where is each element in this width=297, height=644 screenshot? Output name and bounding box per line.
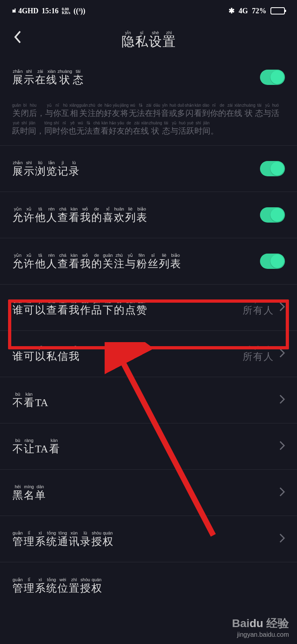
row-dont-see[interactable]: bù不kàn看 TA [0, 377, 297, 423]
chevron-right-icon [279, 394, 285, 406]
row-label: bù不kàn看 TA [12, 391, 49, 409]
toggle-browse-history[interactable] [260, 161, 285, 176]
row-show-browse-history[interactable]: zhǎn展shì示liú浏lǎn览jì记lù录 [0, 146, 297, 192]
row-label: shuí谁kě可yǐ以chá查kàn看wǒ我zuò作pǐn品xià下de的diǎ… [12, 299, 147, 316]
chevron-right-icon [279, 533, 285, 545]
row-show-online-status[interactable]: zhǎn展shì示zài在xiàn线zhuàng状tài态 [0, 54, 297, 100]
row-label: yǔn允xǔ许tā他rén人chá查kàn看wǒ我de的guān关zhù注yǔ与… [12, 252, 181, 270]
row-dont-let-see[interactable]: bù不ràng让 TAkàn看 [0, 423, 297, 470]
toggle-view-follow[interactable] [260, 254, 285, 269]
battery-percent: 72% [252, 7, 266, 15]
row-who-can-message[interactable]: shuí谁kě可yǐ以sī私xìn信wǒ我 suǒ所yǒu有rén人 [0, 331, 297, 377]
row-value: suǒ所yǒu有rén人 [242, 299, 274, 316]
back-button[interactable] [12, 30, 23, 46]
row-value: suǒ所yǒu有rén人 [242, 345, 274, 363]
data-speed: 0.00KB/s [62, 7, 70, 14]
network-right: 4G [239, 7, 248, 15]
toggle-view-likes[interactable] [260, 207, 285, 223]
row-blacklist[interactable]: hēi黑míng名dān单 [0, 470, 297, 516]
row-label: yǔn允xǔ许tā他rén人chá查kàn看wǒ我de的xǐ喜huān欢liè列… [12, 206, 147, 224]
settings-list: zhǎn展shì示zài在xiàn线zhuàng状tài态 guān关bì闭hò… [0, 54, 297, 609]
row-description: guān关bì闭hòu后 ，yǔ与nǐ你hù互xiāng相guān关zhù注de… [0, 100, 297, 146]
hotspot-icon: ((³)) [74, 7, 85, 15]
row-label: guǎn管lǐ理xì系tǒng统tōng通xùn讯lù录shòu授quán权 [12, 530, 113, 548]
row-label: hēi黑míng名dān单 [12, 484, 46, 502]
row-who-can-see-likes[interactable]: shuí谁kě可yǐ以chá查kàn看wǒ我zuò作pǐn品xià下de的diǎ… [0, 285, 297, 331]
row-label: bù不ràng让 TAkàn看 [12, 438, 60, 455]
chevron-right-icon [279, 441, 285, 452]
row-manage-contacts[interactable]: guǎn管lǐ理xì系tǒng统tōng通xùn讯lù录shòu授quán权 [0, 516, 297, 562]
row-allow-view-follow[interactable]: yǔn允xǔ许tā他rén人chá查kàn看wǒ我de的guān关zhù注yǔ与… [0, 238, 297, 285]
row-label: shuí谁kě可yǐ以sī私xìn信wǒ我 [12, 345, 80, 363]
row-manage-location[interactable]: guǎn管lǐ理xì系tǒng统wèi位zhì置shòu授quán权 [0, 562, 297, 609]
chevron-right-icon [279, 302, 285, 313]
row-allow-view-likes[interactable]: yǔn允xǔ许tā他rén人chá查kàn看wǒ我de的xǐ喜huān欢liè列… [0, 192, 297, 238]
status-time: 15:16 [42, 7, 59, 15]
watermark: Baidu 经验 jingyan.baidu.com [232, 616, 289, 638]
page-title: yǐn隐sī私shè设zhì置 [121, 29, 176, 47]
network-type: 4GHD [19, 7, 39, 15]
battery-icon [270, 7, 285, 14]
row-label: guǎn管lǐ理xì系tǒng统wèi位zhì置shòu授quán权 [12, 577, 102, 594]
row-label: zhǎn展shì示zài在xiàn线zhuàng状tài态 [12, 68, 84, 86]
row-label: zhǎn展shì示liú浏lǎn览jì记lù录 [12, 160, 80, 178]
chevron-right-icon [279, 348, 285, 359]
chevron-right-icon [279, 487, 285, 498]
signal-icon: ıııl [12, 8, 15, 14]
bluetooth-icon: ✱ [229, 6, 235, 15]
app-header: yǐn隐sī私shè设zhì置 [0, 22, 297, 54]
status-bar: ıııl 4GHD 15:16 0.00KB/s ((³)) ✱ 4G 72% [0, 0, 297, 22]
toggle-online-status[interactable] [260, 70, 285, 85]
